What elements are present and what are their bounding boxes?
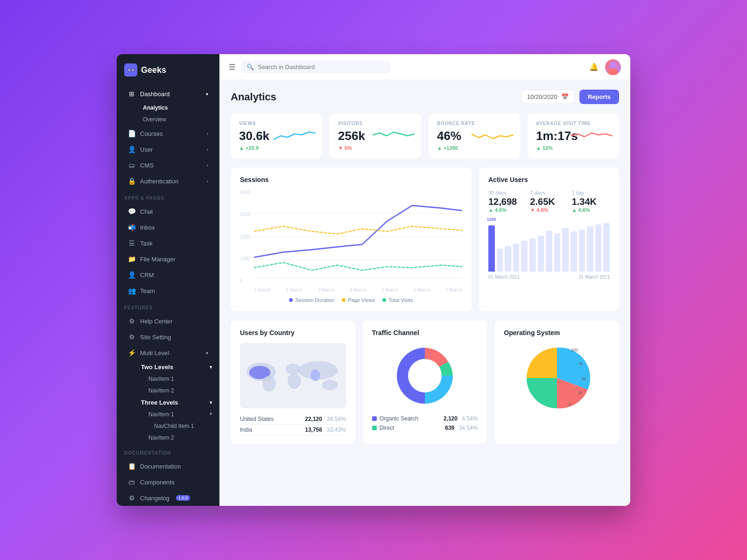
page-header: Analytics 10/20/2020 📅 Reports — [231, 90, 619, 104]
traffic-title: Traffic Channel — [372, 329, 478, 336]
third-row: Users by Country — [231, 321, 619, 444]
sessions-x-axis: 1 March2 March3 March4 March5 March6 Mar… — [254, 287, 462, 293]
crm-icon: 👤 — [128, 271, 135, 279]
multi-level-icon: ⚡ — [128, 349, 135, 357]
two-levels-navitem1[interactable]: NavItem 1 — [145, 373, 216, 385]
sidebar-item-components[interactable]: 🗃 Components — [120, 475, 216, 490]
sidebar-item-file-manager[interactable]: 📁 File Manager — [120, 252, 216, 266]
sidebar-item-documentation[interactable]: 📋 Documentation — [120, 459, 216, 474]
user-avatar[interactable] — [605, 59, 621, 75]
sidebar-item-help-center[interactable]: ⚙ Help Center — [120, 314, 216, 329]
stat-sparkline — [373, 126, 415, 146]
reports-button[interactable]: Reports — [579, 90, 619, 104]
sidebar-item-label: Task — [140, 240, 153, 247]
chevron-down-icon: ▾ — [206, 91, 208, 97]
stat-sparkline — [571, 126, 613, 146]
topbar: ☰ 🔍 🔔 — [219, 54, 630, 80]
file-manager-icon: 📁 — [128, 255, 135, 263]
navchild-submenu: NavChild Item 1 — [141, 420, 219, 432]
chevron-down-icon: ▾ — [210, 364, 212, 370]
two-levels-navitem2[interactable]: NavItem 2 — [145, 385, 216, 396]
bar-item — [546, 231, 552, 272]
au-1day: 1 day 1.34K ▲ 4.6% — [572, 190, 610, 213]
traffic-pct: 34.54% — [459, 425, 478, 431]
sidebar-item-changelog[interactable]: ⚙ Changelog 1.0.0 — [120, 490, 216, 505]
documentation-label: DOCUMENTATION — [117, 444, 219, 458]
traffic-legend-item-direct: Direct 639 34.54% — [372, 423, 478, 433]
sidebar-item-inbox[interactable]: 📬 Inbox — [120, 220, 216, 235]
bar-item — [595, 224, 602, 272]
date-picker[interactable]: 10/20/2020 📅 — [521, 90, 575, 104]
team-icon: 👥 — [128, 287, 135, 294]
legend-total-visits: Total Visits — [382, 297, 413, 303]
sidebar-item-courses[interactable]: 📄 Courses › — [120, 126, 216, 141]
topbar-right: 🔔 — [589, 59, 621, 75]
operating-system-card: Operating System — [494, 321, 619, 444]
user-icon: 👤 — [128, 146, 135, 153]
doc-icon: 📋 — [128, 462, 135, 470]
sidebar-item-analytics[interactable]: Analytics — [139, 102, 216, 113]
menu-icon[interactable]: ☰ — [229, 63, 235, 71]
navchild-item1[interactable]: NavChild Item 1 — [150, 420, 216, 432]
active-users-card: Active Users 30 days 12,698 ▲ 4.6% 7 day… — [479, 168, 619, 311]
sidebar-item-label: Authentication — [140, 178, 178, 185]
sidebar-item-task[interactable]: ☰ Task — [120, 236, 216, 251]
cms-icon: 🗂 — [128, 161, 135, 169]
traffic-dot — [372, 426, 377, 430]
traffic-legend-item-organic: Organic Search 2,120 4.54% — [372, 414, 478, 423]
three-levels-navitem1[interactable]: NavItem 1 ▾ — [145, 409, 216, 420]
bar-item — [603, 223, 610, 272]
traffic-dot — [372, 416, 377, 421]
date-end: 31 March 2021 — [578, 274, 610, 280]
legend-label: Page Views — [348, 297, 375, 303]
os-title: Operating System — [504, 329, 610, 336]
svg-point-0 — [610, 62, 616, 68]
sidebar-item-cms[interactable]: 🗂 CMS › — [120, 158, 216, 173]
sidebar-item-three-levels[interactable]: Three Levels ▾ — [139, 397, 216, 408]
stat-card-visit-time: AVERAGE VISIT TIME 1m:17s ▲ 12% — [528, 113, 619, 158]
sidebar-item-team[interactable]: 👥 Team — [120, 283, 216, 298]
bar-item — [571, 231, 577, 272]
date-value: 10/20/2020 — [527, 93, 557, 100]
sessions-y-axis: 40003000200010000 — [240, 190, 254, 283]
sidebar-item-crm[interactable]: 👤 CRM — [120, 267, 216, 282]
sidebar-item-overview[interactable]: Overview — [139, 114, 216, 125]
sidebar-item-label: Inbox — [140, 224, 155, 231]
country-stats: 13,756 33.43% — [305, 427, 345, 433]
setting-icon: ⚙ — [128, 333, 135, 341]
page-header-right: 10/20/2020 📅 Reports — [521, 90, 619, 104]
sidebar: 👓 Geeks ⊞ Dashboard ▾ Analytics Overview… — [117, 54, 219, 506]
traffic-stats: 639 34.54% — [445, 425, 478, 431]
traffic-donut — [372, 343, 478, 408]
legend-session-duration: Session Duration — [289, 297, 334, 303]
date-start: 01 March 2021 — [488, 274, 520, 280]
au-value: 12,698 — [488, 196, 526, 207]
sidebar-item-label: Components — [140, 479, 175, 486]
sidebar-item-two-levels[interactable]: Two Levels ▾ — [139, 361, 216, 373]
calendar-icon: 📅 — [561, 93, 569, 100]
traffic-stats: 2,120 4.54% — [444, 415, 478, 422]
help-icon: ⚙ — [128, 317, 135, 325]
sidebar-item-authentication[interactable]: 🔒 Authentication › — [120, 174, 216, 189]
inbox-icon: 📬 — [128, 224, 135, 231]
logo-icon: 👓 — [124, 63, 137, 77]
changelog-badge: 1.0.0 — [176, 495, 190, 501]
sidebar-item-chat[interactable]: 💬 Chat — [120, 204, 216, 219]
search-box[interactable]: 🔍 — [241, 61, 390, 73]
au-period: 30 days — [488, 190, 526, 196]
search-input[interactable] — [258, 63, 385, 70]
sidebar-item-user[interactable]: 👤 User › — [120, 142, 216, 157]
svg-point-12 — [288, 373, 301, 389]
three-levels-navitem2[interactable]: NavItem 2 — [145, 432, 216, 443]
notification-bell-icon[interactable]: 🔔 — [589, 63, 599, 71]
sidebar-item-dashboard[interactable]: ⊞ Dashboard ▾ — [120, 86, 216, 101]
chevron-down-icon: ▾ — [210, 411, 212, 418]
au-period: 7 days — [530, 190, 568, 196]
dashboard-submenu: Analytics Overview — [117, 102, 219, 126]
sidebar-item-site-setting[interactable]: ⚙ Site Setting — [120, 329, 216, 344]
sidebar-item-label: CMS — [140, 162, 154, 169]
sidebar-item-multi-level[interactable]: ⚡ Multi Level ▾ — [120, 345, 216, 360]
content-area: Analytics 10/20/2020 📅 Reports VIEWS 30.… — [219, 80, 630, 506]
au-7days: 7 days 2.65K ▼ 4.6% — [530, 190, 568, 213]
os-donut: 100 75 50 25 0 — [504, 343, 610, 413]
